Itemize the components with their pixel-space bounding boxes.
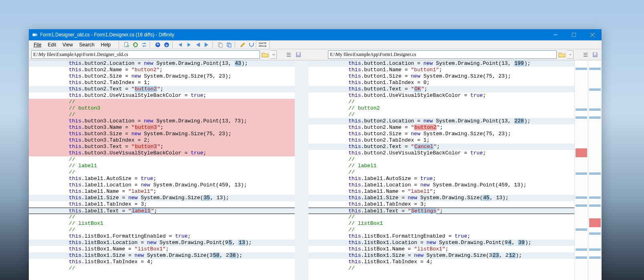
up-arrow-icon[interactable]	[153, 40, 162, 49]
code-line[interactable]: //	[308, 99, 574, 105]
code-line[interactable]: //	[308, 214, 574, 220]
code-line[interactable]: this.button2.Size = new System.Drawing.S…	[308, 131, 574, 137]
menu-file[interactable]: File	[30, 41, 44, 48]
list-view-icon[interactable]	[285, 51, 293, 59]
code-line[interactable]: // listBox1	[29, 220, 295, 227]
close-button[interactable]	[583, 29, 602, 40]
code-line[interactable]: this.listBox1.FormattingEnabled = true;	[308, 233, 574, 240]
code-line[interactable]: this.button2.Size = new System.Drawing.S…	[29, 73, 295, 80]
code-line[interactable]: //	[29, 214, 295, 220]
code-line[interactable]: this.button3.TabIndex = 2;	[29, 137, 295, 144]
maximize-button[interactable]	[565, 29, 583, 40]
code-line[interactable]: this.button2.Name = "button2";	[29, 67, 295, 73]
save-icon[interactable]	[591, 51, 599, 59]
code-line[interactable]: //	[308, 265, 574, 272]
code-line[interactable]: this.button2.Text = "button2";	[29, 86, 295, 92]
code-line[interactable]: this.button2.TabIndex = 1;	[308, 137, 574, 144]
code-line[interactable]: this.label1.Location = new System.Drawin…	[29, 182, 295, 188]
left-path-input[interactable]: E:\My files\ExampleApp\Form1.Designer_ol…	[31, 50, 260, 59]
code-line[interactable]: //	[29, 227, 295, 233]
code-line[interactable]: this.button1.Name = "button1";	[308, 67, 574, 73]
code-line[interactable]: this.button3.Location = new System.Drawi…	[29, 118, 295, 124]
code-line[interactable]: this.label1.Text = "label1";	[29, 208, 295, 214]
code-line[interactable]: this.label1.Size = new System.Drawing.Si…	[308, 195, 574, 201]
code-line[interactable]: this.label1.Size = new System.Drawing.Si…	[29, 195, 295, 201]
code-line[interactable]: //	[29, 112, 295, 118]
code-line[interactable]: this.label1.Name = "label1";	[308, 188, 574, 195]
minimize-button[interactable]	[546, 29, 565, 40]
list-view-icon[interactable]	[582, 51, 590, 59]
code-line[interactable]: this.button3.Name = "button3";	[29, 124, 295, 131]
code-line[interactable]: this.listBox1.Location = new System.Draw…	[29, 240, 295, 246]
code-line[interactable]: this.listBox1.TabIndex = 4;	[308, 259, 574, 265]
code-line[interactable]: // button2	[308, 105, 574, 112]
menu-view[interactable]: View	[59, 41, 76, 48]
code-line[interactable]: this.listBox1.Location = new System.Draw…	[308, 240, 574, 246]
copy-icon[interactable]	[216, 40, 225, 49]
code-line[interactable]: //	[29, 99, 295, 105]
menu-search[interactable]: Search	[76, 41, 98, 48]
code-line[interactable]: // label1	[308, 163, 574, 169]
code-line[interactable]: //	[29, 156, 295, 163]
code-line[interactable]: this.label1.TabIndex = 3;	[29, 201, 295, 208]
next-diff-icon[interactable]	[185, 40, 193, 49]
right-path-dropdown[interactable]	[567, 50, 574, 59]
code-line[interactable]: this.button2.Location = new System.Drawi…	[29, 60, 295, 67]
code-line[interactable]: this.label1.Name = "label1";	[29, 188, 295, 195]
right-code-pane[interactable]: this.button1.Location = new System.Drawi…	[308, 60, 574, 280]
copy-left-icon[interactable]	[193, 40, 202, 49]
code-line[interactable]: this.listBox1.Name = "listBox1";	[308, 246, 574, 252]
code-line[interactable]: //	[29, 169, 295, 176]
folder-open-icon[interactable]	[558, 51, 566, 58]
code-line[interactable]: this.button3.Size = new System.Drawing.S…	[29, 131, 295, 137]
menu-help[interactable]: Help	[98, 41, 114, 48]
code-line[interactable]: this.listBox1.Name = "listBox1";	[29, 246, 295, 252]
prev-diff-icon[interactable]	[176, 40, 185, 49]
code-line[interactable]: this.button2.UseVisualStyleBackColor = t…	[308, 150, 574, 156]
code-line[interactable]: this.button2.TabIndex = 1;	[29, 80, 295, 86]
save-icon[interactable]	[294, 51, 302, 59]
code-line[interactable]: this.label1.AutoSize = true;	[29, 176, 295, 182]
copy-right-icon[interactable]	[202, 40, 211, 49]
code-line[interactable]: this.button2.UseVisualStyleBackColor = t…	[29, 92, 295, 99]
code-line[interactable]: this.button1.Text = "OK";	[308, 86, 574, 92]
new-file-icon[interactable]	[122, 40, 131, 49]
overview-right[interactable]	[588, 60, 602, 280]
code-line[interactable]: this.listBox1.FormattingEnabled = true;	[29, 233, 295, 240]
code-line[interactable]: this.label1.AutoSize = true;	[308, 176, 574, 182]
refresh-icon[interactable]	[131, 40, 140, 49]
merge-icon[interactable]	[247, 40, 256, 49]
code-line[interactable]: // listBox1	[308, 220, 574, 227]
copy-selection-icon[interactable]	[225, 40, 233, 49]
edit-icon[interactable]	[238, 40, 247, 49]
whitespace-icon[interactable]: WHITE SPACE	[256, 40, 270, 49]
code-line[interactable]: this.button1.TabIndex = 0;	[308, 80, 574, 86]
code-line[interactable]: this.button2.Location = new System.Drawi…	[308, 118, 574, 124]
menu-edit[interactable]: Edit	[44, 41, 59, 48]
code-line[interactable]: this.button2.Text = "Cancel";	[308, 144, 574, 150]
code-line[interactable]: //	[308, 156, 574, 163]
code-line[interactable]: //	[29, 265, 295, 272]
swap-icon[interactable]	[140, 40, 149, 49]
code-line[interactable]: this.button2.Name = "button2";	[308, 124, 574, 131]
folder-open-icon[interactable]	[262, 51, 269, 58]
code-line[interactable]: this.listBox1.TabIndex = 4;	[29, 259, 295, 265]
left-path-dropdown[interactable]	[270, 50, 277, 59]
code-line[interactable]: this.button1.Size = new System.Drawing.S…	[308, 73, 574, 80]
code-line[interactable]: this.listBox1.Size = new System.Drawing.…	[308, 252, 574, 259]
code-line[interactable]: this.label1.Text = "Settings";	[308, 208, 574, 214]
overview-left[interactable]	[574, 60, 588, 280]
code-line[interactable]: //	[308, 112, 574, 118]
code-line[interactable]: this.label1.TabIndex = 3;	[308, 201, 574, 208]
right-path-input[interactable]: E:\My files\ExampleApp\Form1.Designer.cs	[328, 50, 557, 59]
code-line[interactable]: this.button3.Text = "button3";	[29, 144, 295, 150]
code-line[interactable]: // label1	[29, 163, 295, 169]
code-line[interactable]: // button3	[29, 105, 295, 112]
code-line[interactable]: this.button3.UseVisualStyleBackColor = t…	[29, 150, 295, 156]
code-line[interactable]: this.listBox1.Size = new System.Drawing.…	[29, 252, 295, 259]
titlebar[interactable]: Form1.Designer_old.cs - Form1.Designer.c…	[29, 29, 602, 40]
code-line[interactable]: this.label1.Location = new System.Drawin…	[308, 182, 574, 188]
code-line[interactable]: //	[308, 227, 574, 233]
down-arrow-icon[interactable]	[162, 40, 171, 49]
left-code-pane[interactable]: this.button2.Location = new System.Drawi…	[29, 60, 295, 280]
